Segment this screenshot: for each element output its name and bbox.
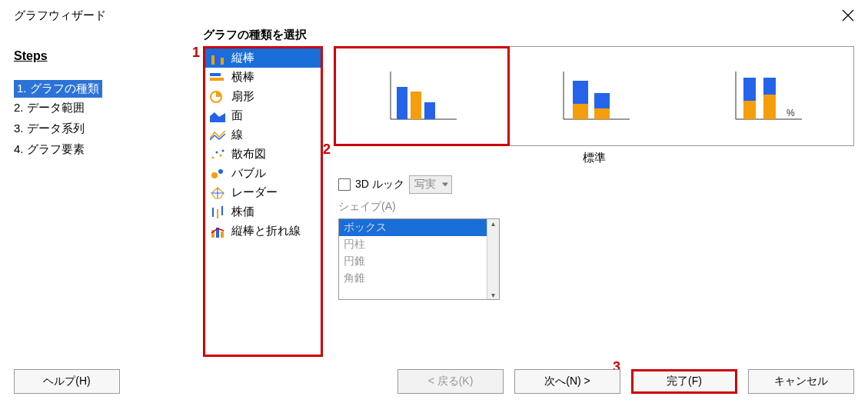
chart-type-pie[interactable]: 扇形 bbox=[205, 87, 321, 106]
svg-point-11 bbox=[222, 149, 224, 152]
area-icon bbox=[210, 110, 225, 122]
shape-list: ボックス 円柱 円錐 角錐 bbox=[338, 218, 500, 300]
svg-rect-22 bbox=[221, 231, 224, 238]
svg-point-8 bbox=[212, 156, 215, 158]
steps-header: Steps bbox=[14, 49, 203, 63]
help-button[interactable]: ヘルプ(H) bbox=[14, 369, 120, 394]
step-4[interactable]: 4. グラフ要素 bbox=[14, 139, 203, 160]
chart-type-bar-horz[interactable]: 横棒 bbox=[205, 68, 321, 87]
3d-look-checkbox[interactable] bbox=[338, 178, 351, 191]
svg-point-12 bbox=[211, 172, 218, 178]
subtype-name: 標準 bbox=[334, 151, 854, 165]
chart-type-scatter[interactable]: 散布図 bbox=[205, 145, 321, 164]
svg-rect-26 bbox=[411, 92, 421, 119]
chart-type-label: 線 bbox=[231, 128, 243, 142]
shape-cylinder: 円柱 bbox=[339, 236, 499, 253]
cancel-button[interactable]: キャンセル bbox=[748, 369, 854, 394]
step-1[interactable]: 1. グラフの種類 bbox=[14, 80, 102, 98]
bubble-icon bbox=[210, 168, 225, 180]
annotation-2: 2 bbox=[323, 142, 331, 158]
chart-type-bar-line[interactable]: 縦棒と折れ線 bbox=[205, 221, 321, 241]
chart-type-label: 面 bbox=[231, 108, 243, 123]
chart-type-label: バブル bbox=[231, 166, 266, 181]
chart-type-line[interactable]: 線 bbox=[205, 125, 321, 145]
subtype-3[interactable]: % bbox=[681, 47, 853, 145]
svg-rect-39 bbox=[763, 95, 776, 119]
svg-rect-37 bbox=[743, 101, 756, 119]
shape-scrollbar bbox=[487, 219, 499, 299]
chart-type-stock[interactable]: 株価 bbox=[205, 202, 321, 221]
chart-type-label: 散布図 bbox=[231, 147, 266, 162]
step-3[interactable]: 3. データ系列 bbox=[14, 118, 203, 139]
bar-vert-icon bbox=[210, 52, 225, 65]
svg-point-13 bbox=[218, 169, 223, 174]
svg-rect-5 bbox=[210, 73, 221, 76]
chart-type-label: 株価 bbox=[231, 205, 254, 219]
radar-icon bbox=[210, 187, 225, 199]
chart-type-list[interactable]: 縦棒 横棒 扇形 面 線 散布図 bbox=[203, 46, 323, 357]
shape-label: シェイプ(A) bbox=[338, 200, 396, 214]
svg-rect-4 bbox=[221, 58, 224, 65]
step-2[interactable]: 2. データ範囲 bbox=[14, 98, 203, 118]
subtype-preview-row: % bbox=[334, 46, 854, 146]
svg-rect-33 bbox=[594, 108, 610, 119]
shape-cone: 円錐 bbox=[339, 253, 499, 270]
scatter-icon bbox=[210, 148, 225, 161]
bar-line-icon bbox=[210, 225, 225, 238]
svg-rect-25 bbox=[397, 87, 407, 119]
chart-type-radar[interactable]: レーダー bbox=[205, 183, 321, 202]
svg-rect-27 bbox=[424, 102, 435, 119]
section-header: グラフの種類を選択 bbox=[203, 28, 854, 42]
shape-pyramid: 角錐 bbox=[339, 270, 499, 287]
svg-rect-2 bbox=[211, 55, 215, 65]
next-button[interactable]: 次へ(N) > bbox=[514, 369, 620, 394]
stock-icon bbox=[210, 206, 225, 218]
svg-point-10 bbox=[220, 154, 222, 156]
chart-type-label: 横棒 bbox=[231, 70, 254, 85]
svg-rect-3 bbox=[216, 52, 219, 65]
chart-type-label: 縦棒 bbox=[231, 51, 254, 65]
subtype-1[interactable] bbox=[334, 46, 510, 146]
3d-look-label: 3D ルック bbox=[355, 178, 404, 192]
3d-look-select: 写実 bbox=[409, 175, 452, 194]
steps-panel: Steps 1. グラフの種類 2. データ範囲 3. データ系列 4. グラフ… bbox=[14, 28, 203, 160]
finish-button[interactable]: 完了(F) bbox=[631, 369, 737, 394]
svg-text:%: % bbox=[787, 108, 795, 118]
chart-type-area[interactable]: 面 bbox=[205, 106, 321, 125]
svg-rect-6 bbox=[210, 78, 224, 81]
window-title: グラフウィザード bbox=[14, 8, 106, 23]
shape-box: ボックス bbox=[339, 219, 499, 236]
close-icon[interactable] bbox=[839, 6, 857, 25]
chart-type-bubble[interactable]: バブル bbox=[205, 164, 321, 183]
chart-type-label: 縦棒と折れ線 bbox=[231, 224, 301, 238]
svg-rect-31 bbox=[573, 104, 588, 119]
line-icon bbox=[210, 129, 225, 142]
chart-type-label: 扇形 bbox=[231, 89, 254, 104]
pie-icon bbox=[210, 91, 225, 103]
svg-point-9 bbox=[216, 151, 218, 153]
annotation-1: 1 bbox=[192, 45, 200, 61]
subtype-2[interactable] bbox=[509, 47, 681, 145]
chart-type-bar-vert[interactable]: 縦棒 bbox=[205, 48, 321, 68]
bar-horz-icon bbox=[210, 72, 225, 84]
back-button: < 戻る(K) bbox=[397, 369, 504, 394]
chart-type-label: レーダー bbox=[231, 185, 278, 200]
